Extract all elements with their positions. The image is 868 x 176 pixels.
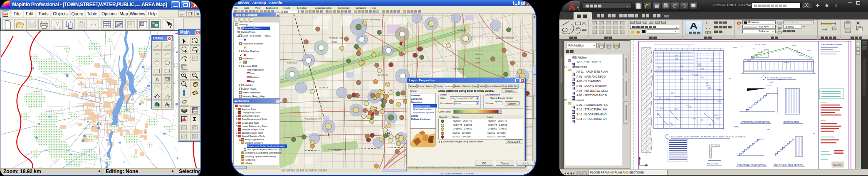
svg-text:Field: Field [475, 57, 480, 60]
svg-text:W 13th St: W 13th St [454, 68, 465, 70]
svg-text:ROOF DETAIL: ROOF DETAIL [755, 44, 767, 46]
svg-text:Nash Elementary: Nash Elementary [363, 18, 380, 21]
svg-text:STRUCTURAL STAIR SECTION: STRUCTURAL STAIR SECTION [737, 164, 766, 166]
svg-text:Heritage Park: Heritage Park [329, 37, 344, 39]
svg-text:S-103: S-103 [833, 163, 842, 167]
svg-text:?: ? [168, 95, 170, 99]
svg-text:?: ? [158, 95, 160, 99]
svg-text:?: ? [183, 82, 185, 86]
svg-text:Σ: Σ [193, 116, 197, 122]
svg-text:TYPICAL BLDG SECTION: TYPICAL BLDG SECTION [767, 76, 792, 79]
svg-text:W 10th St: W 10th St [378, 74, 388, 76]
svg-text:?: ? [168, 103, 170, 108]
svg-text:W Lancaster Ave: W Lancaster Ave [304, 117, 321, 120]
svg-text:Park: Park [475, 61, 480, 64]
svg-text:?: ? [158, 103, 160, 108]
svg-text:A: A [155, 77, 159, 83]
svg-text:Harmon: Harmon [475, 53, 483, 56]
svg-text:SECOND FLOOR FRAMING PLAN AND: SECOND FLOOR FRAMING PLAN AND SECOND FLO… [671, 135, 746, 138]
svg-text:J+H CONSTRUCTION INC: J+H CONSTRUCTION INC [821, 44, 842, 46]
svg-text:Criand P Railroad: Criand P Railroad [496, 37, 514, 39]
svg-text:WALL DETAIL: WALL DETAIL [707, 163, 719, 165]
svg-text:STRUCTURAL STAIR SECTION: STRUCTURAL STAIR SECTION [774, 164, 803, 166]
svg-text:E 4th St: E 4th St [458, 29, 467, 32]
svg-text:?: ? [169, 23, 172, 29]
svg-text:Plaza: Plaza [331, 41, 338, 43]
svg-text:Harrold: Harrold [334, 149, 341, 151]
svg-text:2: 2 [374, 106, 377, 112]
svg-text:STRUCTURAL STAIR SECTION: STRUCTURAL STAIR SECTION [741, 121, 770, 123]
svg-text:1: 1 [403, 35, 406, 42]
svg-text:EXISTING STAIR: EXISTING STAIR [784, 121, 799, 123]
svg-text:Kisses St: Kisses St [287, 61, 297, 64]
svg-text:W 7th St: W 7th St [319, 86, 328, 89]
